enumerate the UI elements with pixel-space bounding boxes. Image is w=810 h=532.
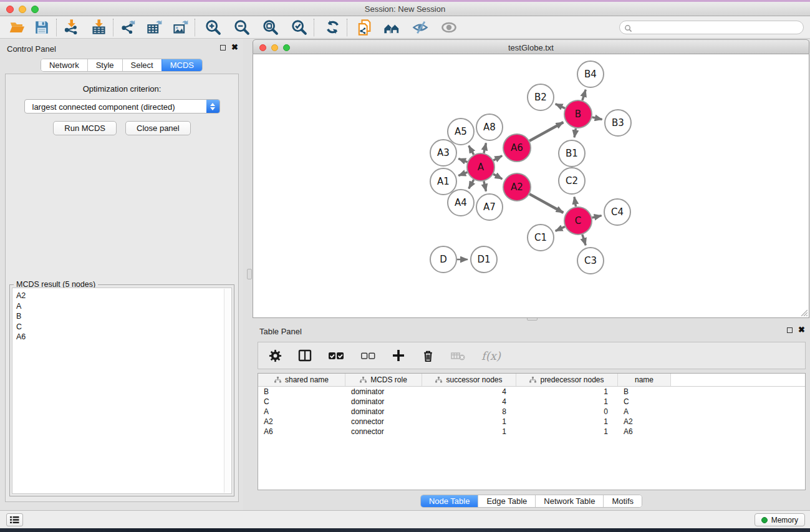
show-all-icon[interactable]	[438, 18, 460, 37]
add-column-icon[interactable]	[391, 348, 406, 363]
result-list-item[interactable]: C	[16, 322, 231, 332]
table-row[interactable]: A6connector11A6	[258, 427, 805, 437]
node-A5[interactable]: A5	[448, 118, 474, 145]
node-A7[interactable]: A7	[476, 194, 503, 220]
node-D1[interactable]: D1	[471, 246, 497, 273]
edge-A-A3[interactable]	[458, 158, 467, 162]
node-B2[interactable]: B2	[528, 84, 554, 110]
column-header-predecessor-nodes[interactable]: predecessor nodes	[516, 374, 618, 386]
node-C4[interactable]: C4	[604, 199, 630, 225]
export-network-icon[interactable]	[117, 18, 138, 37]
table-row[interactable]: Bdominator41B	[258, 387, 805, 397]
edge-A-A7[interactable]	[484, 181, 486, 191]
column-header-shared-name[interactable]: shared name	[258, 374, 345, 386]
zoom-fit-icon[interactable]	[260, 18, 281, 37]
edge-B-B1[interactable]	[574, 128, 576, 138]
mcds-result-list[interactable]: A2ABCA6	[12, 288, 232, 494]
close-panel-button[interactable]: Close panel	[125, 121, 191, 135]
node-C3[interactable]: C3	[577, 248, 604, 274]
node-A8[interactable]: A8	[476, 114, 503, 140]
edge-A-A8[interactable]	[484, 143, 486, 153]
edge-A2-C[interactable]	[529, 194, 563, 213]
edge-A-A2[interactable]	[493, 174, 502, 179]
result-list-item[interactable]: B	[16, 311, 231, 322]
table-cell[interactable]: 0	[516, 407, 618, 416]
node-B3[interactable]: B3	[605, 110, 631, 136]
network-window-titlebar[interactable]: testGlobe.txt	[253, 39, 809, 54]
close-table-panel-icon[interactable]: ✖	[798, 326, 805, 334]
criterion-dropdown[interactable]: largest connected component (directed)	[24, 99, 220, 114]
tab-select[interactable]: Select	[122, 59, 162, 71]
float-table-panel-icon[interactable]	[787, 327, 793, 333]
node-A3[interactable]: A3	[430, 140, 456, 166]
node-A2[interactable]: A2	[503, 173, 531, 201]
table-cell[interactable]: 4	[422, 397, 516, 406]
table-cell[interactable]: A6	[258, 427, 345, 436]
column-header-name[interactable]: name	[618, 374, 671, 386]
edge-A-A6[interactable]	[493, 156, 502, 160]
show-column-panel-icon[interactable]	[297, 348, 312, 363]
tab-motifs[interactable]: Motifs	[603, 495, 642, 507]
network-graph[interactable]: B4B2BB3A5A8A6A3AB1A1C2A2A4A7CC4C1C3DD1	[253, 54, 809, 317]
task-history-button[interactable]	[6, 513, 23, 526]
node-C[interactable]: C	[564, 207, 592, 235]
hide-selected-icon[interactable]	[410, 18, 431, 37]
open-session-icon[interactable]	[6, 18, 27, 37]
table-cell[interactable]: A2	[618, 417, 671, 426]
result-list-item[interactable]: A	[16, 301, 231, 312]
edge-B-B2[interactable]	[556, 104, 565, 109]
table-cell[interactable]: 1	[516, 427, 618, 436]
delete-icon[interactable]	[421, 349, 435, 363]
table-cell[interactable]: dominator	[345, 397, 422, 406]
import-network-icon[interactable]	[60, 18, 82, 37]
node-B4[interactable]: B4	[577, 61, 604, 87]
edge-C-C4[interactable]	[592, 216, 601, 218]
copy-style-icon[interactable]	[354, 18, 375, 37]
table-cell[interactable]: A	[258, 407, 345, 416]
table-cell[interactable]: dominator	[345, 407, 422, 416]
refresh-icon[interactable]	[322, 18, 343, 37]
node-B[interactable]: B	[564, 100, 592, 128]
float-panel-icon[interactable]	[220, 45, 226, 51]
table-cell[interactable]: 1	[516, 387, 618, 396]
result-list-item[interactable]: A2	[16, 291, 231, 301]
table-cell[interactable]: 8	[422, 407, 516, 416]
zoom-in-icon[interactable]	[203, 18, 224, 37]
search-input[interactable]	[619, 21, 804, 34]
node-A4[interactable]: A4	[448, 190, 474, 216]
edge-A-A4[interactable]	[469, 180, 474, 188]
node-A6[interactable]: A6	[503, 134, 531, 162]
import-table-icon[interactable]	[88, 18, 109, 37]
network-canvas[interactable]: B4B2BB3A5A8A6A3AB1A1C2A2A4A7CC4C1C3DD1	[253, 54, 809, 318]
table-cell[interactable]: 1	[516, 397, 618, 406]
edge-C-C1[interactable]	[556, 226, 565, 231]
edge-C-C2[interactable]	[574, 197, 576, 207]
tab-edge-table[interactable]: Edge Table	[478, 495, 535, 507]
column-header-successor-nodes[interactable]: successor nodes	[422, 374, 516, 386]
memory-button[interactable]: Memory	[755, 513, 805, 526]
select-all-icon[interactable]	[327, 347, 345, 364]
run-mcds-button[interactable]: Run MCDS	[53, 121, 117, 135]
node-A1[interactable]: A1	[430, 168, 456, 195]
table-cell[interactable]: 1	[516, 417, 618, 426]
edge-B-B3[interactable]	[592, 117, 602, 120]
column-header-MCDS-role[interactable]: MCDS role	[345, 374, 422, 386]
table-cell[interactable]: C	[618, 397, 671, 406]
table-cell[interactable]: connector	[345, 417, 422, 426]
table-cell[interactable]: 4	[422, 387, 516, 396]
result-list-item[interactable]: A6	[16, 332, 231, 342]
node-D[interactable]: D	[430, 246, 456, 273]
table-cell[interactable]: 1	[422, 427, 516, 436]
table-cell[interactable]: A6	[618, 427, 671, 436]
node-C2[interactable]: C2	[559, 168, 585, 194]
table-cell[interactable]: A2	[258, 417, 345, 426]
node-A[interactable]: A	[467, 153, 494, 181]
settings-gear-icon[interactable]	[268, 349, 282, 363]
first-neighbors-icon[interactable]	[381, 18, 402, 37]
table-cell[interactable]: B	[618, 387, 671, 396]
edge-B-B4[interactable]	[582, 90, 586, 100]
table-row[interactable]: Adominator80A	[258, 407, 805, 417]
table-cell[interactable]: 1	[422, 417, 516, 426]
edge-C-C3[interactable]	[582, 235, 586, 245]
table-cell[interactable]: B	[258, 387, 345, 396]
